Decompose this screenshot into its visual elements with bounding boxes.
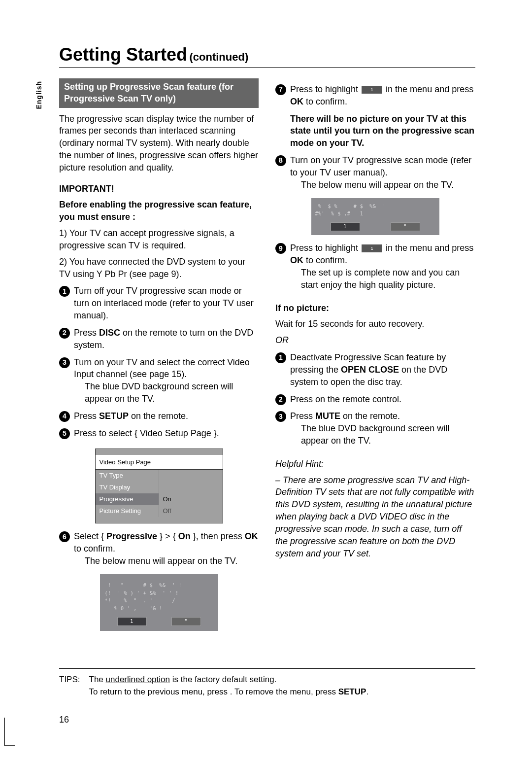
dialog-ok-button: 1 [117,617,147,626]
if-no-picture-heading: If no picture: [275,302,475,314]
step-9-result: The set up is complete now and you can s… [290,267,475,291]
section-heading-band: Setting up Progressive Scan feature (for… [59,78,259,108]
intro-paragraph: The progressive scan display twice the n… [59,113,259,174]
step-number-icon: 2 [59,328,70,339]
page-title-row: Getting Started (continued) [59,44,475,68]
crop-mark-icon [4,718,15,746]
recover-3-text: Press MUTE on the remote. The blue DVD b… [290,410,475,447]
step-1: 1 Turn off your TV progressive scan mode… [59,285,259,321]
helpful-hint-heading: Helpful Hint: [275,458,475,470]
step-6: 6 Select { Progressive } > { On }, then … [59,530,259,567]
step-1-text: Turn off your TV progressive scan mode o… [74,285,259,321]
dialog-ok-button: 1 [331,222,360,231]
step-number-icon: 6 [59,531,70,542]
step-number-icon: 3 [275,411,286,422]
step-number-icon: 1 [59,286,70,297]
step-8: 8 Turn on your TV progressive scan mode … [275,154,475,191]
no-picture-warning: There will be no picture on your TV at t… [275,113,475,149]
page-content: English Getting Started (continued) Sett… [59,44,475,638]
or-label: OR [275,334,475,346]
step-number-icon: 3 [59,357,70,368]
step-number-icon: 7 [275,84,286,95]
step-3: 3 Turn on your TV and select the correct… [59,356,259,405]
recover-step-2: 2 Press on the remote control. [275,393,475,406]
step-8-text: Turn on your TV progressive scan mode (r… [290,154,475,191]
step-number-icon: 2 [275,394,286,405]
step-5: 5 Press to select { Video Setup Page }. [59,427,259,440]
onscreen-dialog-2: % $ % # $ %& ' #%' % $ ,# 1 1 " [311,198,439,236]
step-4-text: Press SETUP on the remote. [74,410,259,422]
vsp-row-selected: ProgressiveOn [96,493,223,505]
onscreen-dialog-1: ! " # $ %& ' ! (! ' % ) ' + &% ' ' ! *! … [100,574,218,631]
step-3-result: The blue DVD background screen will appe… [74,380,259,405]
vsp-row: Picture SettingOff [96,505,223,517]
recover-step-3: 3 Press MUTE on the remote. The blue DVD… [275,410,475,447]
vsp-row: TV Type [96,470,223,482]
helpful-hint-text: – There are some progressive scan TV and… [275,474,475,560]
recover-2-text: Press on the remote control. [290,393,475,406]
dialog-cancel-button: " [391,222,420,231]
language-tab: English [35,81,43,109]
tips-body: The underlined option is the factory def… [89,674,369,698]
step-7-text: Press to highlight in the menu and press… [290,83,475,108]
step-8-result: The below menu will appear on the TV. [290,179,475,191]
right-column: 7 Press to highlight in the menu and pre… [275,78,475,638]
recover-step-1: 1 Deactivate Progressive Scan feature by… [275,351,475,388]
ensure-item-2: 2) You have connected the DVD system to … [59,256,259,280]
step-9: 9 Press to highlight in the menu and pre… [275,242,475,291]
step-6-text: Select { Progressive } > { On }, then pr… [74,530,259,567]
menu-highlight-chip [362,86,382,94]
step-6-result: The below menu will appear on the TV. [74,555,259,567]
step-9-text: Press to highlight in the menu and press… [290,242,475,291]
step-number-icon: 4 [59,411,70,422]
recover-1-text: Deactivate Progressive Scan feature by p… [290,351,475,388]
step-number-icon: 8 [275,155,286,166]
important-label: IMPORTANT! [59,183,259,195]
step-4: 4 Press SETUP on the remote. [59,410,259,422]
menu-highlight-chip [362,244,382,252]
page-title-continued: (continued) [189,51,248,63]
step-5-text: Press to select { Video Setup Page }. [74,427,259,440]
auto-recovery-text: Wait for 15 seconds for auto recovery. [275,318,475,330]
tips-label: TIPS: [59,674,80,698]
step-number-icon: 9 [275,243,286,254]
step-number-icon: 1 [275,352,286,363]
tips-footer: TIPS: The underlined option is the facto… [59,668,475,698]
vsp-row: TV Display [96,482,223,493]
step-2: 2 Press DISC on the remote to turn on th… [59,327,259,351]
page-title: Getting Started [59,44,187,65]
step-number-icon: 5 [59,428,70,439]
step-2-text: Press DISC on the remote to turn on the … [74,327,259,351]
step-7: 7 Press to highlight in the menu and pre… [275,83,475,108]
vsp-title: Video Setup Page [96,455,223,470]
dialog-cancel-button: " [171,617,201,626]
step-3-text: Turn on your TV and select the correct V… [74,356,259,405]
page-number: 16 [59,715,69,725]
left-column: Setting up Progressive Scan feature (for… [59,78,259,638]
before-enable-text: Before enabling the progressive scan fea… [59,199,259,223]
ensure-item-1: 1) Your TV can accept progressive signal… [59,227,259,252]
recover-3-result: The blue DVD background screen will appe… [290,422,475,447]
video-setup-page-diagram: Video Setup Page TV Type TV Display Prog… [95,449,223,524]
